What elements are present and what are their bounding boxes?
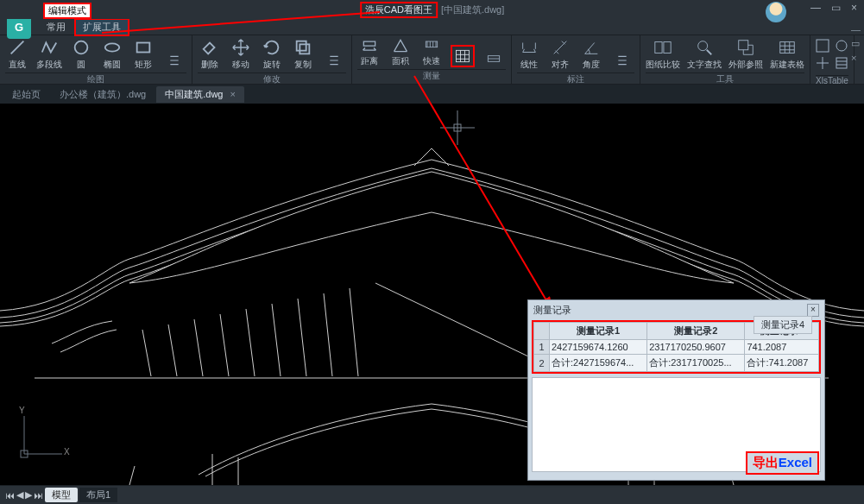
row-header-blank bbox=[534, 323, 550, 340]
tool-move[interactable]: 移动 bbox=[229, 37, 253, 71]
svg-point-2 bbox=[105, 43, 120, 51]
xls-icon-2[interactable] bbox=[835, 39, 848, 53]
svg-rect-10 bbox=[664, 42, 671, 54]
document-tabs: 起始页 办公楼（建筑）.dwg 中国建筑.dwg bbox=[0, 85, 864, 104]
tool-aligned-dim[interactable]: 对齐 bbox=[548, 37, 572, 71]
minimize-icon[interactable]: — bbox=[810, 2, 821, 14]
strip-prev-icon[interactable]: ◀ bbox=[16, 489, 23, 501]
tool-new-table[interactable]: 新建表格 bbox=[770, 37, 804, 71]
svg-point-11 bbox=[698, 41, 708, 51]
tab-doc-china[interactable]: 中国建筑.dwg bbox=[156, 86, 244, 103]
group-draw-title: 绘图 bbox=[5, 72, 186, 85]
tool-line[interactable]: 直线 bbox=[5, 37, 29, 71]
ucs-x-label: X bbox=[64, 447, 70, 457]
menu-common[interactable]: 常用 bbox=[40, 20, 73, 35]
measure-col2-header[interactable]: 测量记录2 bbox=[647, 323, 745, 340]
title-bar: 编辑模式 浩辰CAD看图王 [中国建筑.dwg] — ▭ × — ▭ × bbox=[0, 0, 864, 19]
tool-fast-measure[interactable]: 快速 bbox=[419, 37, 444, 67]
user-avatar[interactable] bbox=[766, 2, 786, 22]
tab-layout1[interactable]: 布局1 bbox=[79, 488, 117, 502]
strip-next-icon[interactable]: ▶ bbox=[25, 489, 32, 501]
svg-rect-9 bbox=[655, 42, 662, 54]
draw-more-icon[interactable] bbox=[162, 50, 186, 71]
tool-erase[interactable]: 删除 bbox=[198, 37, 222, 71]
table-row[interactable]: 1 2427159674.1260 2317170250.9607 741.20… bbox=[534, 340, 819, 355]
group-xls-title: XlsTable bbox=[816, 75, 848, 85]
svg-rect-3 bbox=[137, 43, 150, 53]
measure-record-panel[interactable]: 测量记录 × 测量记录4 测量记录1 测量记录2 测量记录3 1 2427159… bbox=[527, 299, 825, 481]
measure-col4-header[interactable]: 测量记录4 bbox=[754, 316, 812, 334]
tool-polyline[interactable]: 多段线 bbox=[36, 37, 62, 71]
close-icon[interactable]: × bbox=[851, 2, 857, 14]
annot-more-icon[interactable] bbox=[610, 50, 634, 71]
model-layout-strip: ⏮ ◀ ▶ ⏭ 模型 布局1 bbox=[0, 485, 864, 504]
panel-close-icon[interactable]: × bbox=[807, 304, 819, 317]
group-xlstable: XlsTable bbox=[810, 35, 855, 84]
group-tools-title: 工具 bbox=[646, 72, 804, 85]
tool-compare[interactable]: 图纸比较 bbox=[646, 37, 680, 71]
group-draw: 直线 多段线 圆 椭圆 矩形 绘图 bbox=[0, 35, 192, 84]
mini-minimize-icon[interactable]: — bbox=[851, 24, 861, 35]
modify-more-icon[interactable] bbox=[322, 50, 346, 71]
group-modify-title: 修改 bbox=[198, 72, 346, 85]
tool-circle[interactable]: 圆 bbox=[69, 37, 93, 71]
tool-angle-dim[interactable]: 角度 bbox=[579, 37, 603, 71]
svg-rect-12 bbox=[739, 41, 748, 50]
tool-distance[interactable]: 距离 bbox=[357, 37, 382, 67]
strip-first-icon[interactable]: ⏮ bbox=[5, 490, 15, 501]
menu-bar: G 常用 扩展工具 bbox=[0, 19, 864, 35]
crosshair-cursor bbox=[440, 110, 475, 147]
mini-restore-icon[interactable]: ▭ bbox=[851, 38, 861, 49]
group-modify: 删除 移动 旋转 复制 修改 bbox=[192, 35, 352, 84]
panel-title-text: 测量记录 bbox=[533, 304, 571, 317]
svg-rect-7 bbox=[457, 50, 470, 61]
svg-point-1 bbox=[75, 41, 88, 54]
group-annot-title: 标注 bbox=[517, 72, 634, 85]
strip-last-icon[interactable]: ⏭ bbox=[34, 490, 43, 501]
tab-model[interactable]: 模型 bbox=[45, 488, 78, 502]
tab-doc-office[interactable]: 办公楼（建筑）.dwg bbox=[51, 86, 155, 103]
tool-rotate[interactable]: 旋转 bbox=[260, 37, 284, 71]
tool-rect[interactable]: 矩形 bbox=[131, 37, 155, 71]
svg-point-15 bbox=[836, 41, 847, 51]
group-tools: 图纸比较 文字查找 外部参照 新建表格 工具 bbox=[640, 35, 810, 84]
xls-icon-1[interactable] bbox=[816, 39, 829, 53]
xls-icon-3[interactable] bbox=[816, 56, 829, 70]
svg-rect-13 bbox=[780, 42, 795, 54]
xls-icon-4[interactable] bbox=[835, 56, 848, 70]
tool-measure-record[interactable] bbox=[451, 45, 475, 67]
tab-start[interactable]: 起始页 bbox=[3, 86, 49, 103]
tool-ellipse[interactable]: 椭圆 bbox=[100, 37, 124, 71]
ribbon: 直线 多段线 圆 椭圆 矩形 绘图 bbox=[0, 35, 864, 85]
measure-col1-header[interactable]: 测量记录1 bbox=[550, 323, 647, 340]
mini-close-icon[interactable]: × bbox=[851, 53, 861, 63]
tool-linear-dim[interactable]: 线性 bbox=[517, 37, 541, 71]
menu-extensions[interactable]: 扩展工具 bbox=[74, 18, 129, 36]
edit-mode-badge: 编辑模式 bbox=[43, 3, 91, 19]
tool-xref[interactable]: 外部参照 bbox=[728, 37, 763, 71]
tool-copy[interactable]: 复制 bbox=[291, 37, 315, 71]
svg-line-0 bbox=[11, 41, 24, 54]
svg-rect-4 bbox=[297, 41, 306, 51]
svg-rect-5 bbox=[300, 44, 309, 54]
group-annotation: 线性 对齐 角度 标注 bbox=[512, 35, 640, 84]
table-row[interactable]: 2 合计:2427159674... 合计:2317170025... 合计:7… bbox=[534, 355, 819, 372]
ucs-y-label: Y bbox=[19, 406, 25, 415]
group-measure-title: 测量 bbox=[357, 69, 506, 82]
doc-title-suffix: [中国建筑.dwg] bbox=[441, 3, 504, 16]
svg-rect-16 bbox=[836, 58, 847, 68]
maximize-icon[interactable]: ▭ bbox=[831, 2, 841, 14]
ucs-indicator: Y X bbox=[16, 411, 67, 464]
export-excel-button[interactable]: 导出Excel bbox=[746, 451, 819, 475]
svg-rect-14 bbox=[817, 40, 829, 52]
app-title: 浩辰CAD看图王 bbox=[360, 2, 438, 18]
tool-measure-extra[interactable] bbox=[482, 50, 506, 67]
group-measure: 距离 面积 快速 测量 bbox=[352, 35, 512, 84]
tool-area[interactable]: 面积 bbox=[388, 37, 413, 67]
tool-find-text[interactable]: 文字查找 bbox=[687, 37, 722, 71]
